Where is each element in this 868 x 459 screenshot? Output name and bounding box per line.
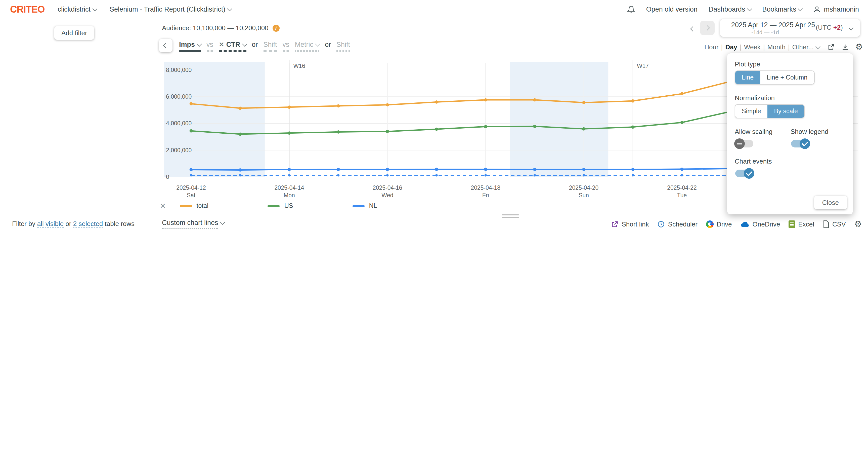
data-point[interactable]	[190, 174, 192, 177]
dashboards-menu[interactable]: Dashboards	[709, 5, 751, 13]
data-point[interactable]	[533, 125, 536, 128]
data-point[interactable]	[386, 174, 389, 177]
filter-selected-link[interactable]: 2 selected	[73, 220, 103, 228]
data-point[interactable]	[583, 174, 585, 177]
custom-chart-lines-dropdown[interactable]: Custom chart lines	[162, 219, 224, 227]
data-point[interactable]	[680, 168, 684, 171]
data-point[interactable]	[288, 106, 291, 109]
legend-item-total[interactable]: total	[180, 202, 208, 209]
export-scheduler[interactable]: Scheduler	[657, 221, 698, 228]
metric-token-shift[interactable]: Shift	[263, 41, 277, 52]
legend-item-nl[interactable]: NL	[352, 202, 377, 209]
export-short-link[interactable]: Short link	[611, 221, 649, 228]
metric-token-vs[interactable]: vs	[207, 41, 213, 52]
metric-token-metric[interactable]: Metric	[295, 41, 319, 52]
chart-settings-gear-icon[interactable]: ⚙	[856, 42, 863, 52]
data-point[interactable]	[239, 133, 242, 136]
date-range-picker[interactable]: 2025 Apr 12 — 2025 Apr 25 -14d — -1d (UT…	[720, 19, 860, 37]
data-point[interactable]	[533, 98, 536, 102]
data-point[interactable]	[484, 125, 487, 128]
legend-item-us[interactable]: US	[268, 202, 293, 209]
metric-token-or[interactable]: or	[252, 41, 258, 50]
metric-token-vs[interactable]: vs	[282, 41, 289, 52]
data-point[interactable]	[632, 174, 634, 177]
data-point[interactable]	[484, 174, 487, 177]
data-point[interactable]	[288, 174, 291, 177]
table-settings-gear[interactable]: ⚙	[855, 219, 862, 229]
granularity-day[interactable]: Day	[725, 43, 737, 51]
filter-all-visible-link[interactable]: all visible	[37, 220, 64, 228]
metric-token-ctr[interactable]: ✕CTR	[219, 41, 246, 52]
date-range-previous-icon[interactable]	[691, 25, 694, 34]
normalization-byscale[interactable]: By scale	[768, 105, 804, 118]
report-selector[interactable]: Selenium - Traffic Report (Clickdistrict…	[110, 5, 231, 13]
metric-token-or[interactable]: or	[325, 41, 331, 50]
notifications-bell-icon[interactable]	[627, 5, 635, 13]
open-old-version-link[interactable]: Open old version	[646, 5, 698, 13]
data-point[interactable]	[239, 107, 242, 110]
metric-selector: Impsvs✕CTRorShiftvsMetricorShift	[179, 41, 350, 52]
user-menu[interactable]: mshamonin	[813, 5, 859, 13]
data-point[interactable]	[337, 104, 340, 108]
data-point[interactable]	[190, 168, 193, 171]
data-point[interactable]	[582, 101, 585, 104]
export-excel[interactable]: Excel	[788, 221, 814, 228]
filter-sidebar: Add filter Filter by all visible or 2 se…	[0, 19, 155, 229]
data-point[interactable]	[386, 168, 389, 171]
bookmarks-menu[interactable]: Bookmarks	[762, 5, 802, 13]
data-point[interactable]	[337, 174, 340, 177]
granularity-other[interactable]: Other...	[792, 43, 814, 51]
data-point[interactable]	[435, 174, 438, 177]
metric-token-shift[interactable]: Shift	[336, 41, 350, 52]
data-point[interactable]	[337, 131, 340, 134]
granularity-hour[interactable]: Hour	[704, 43, 718, 52]
remove-metric-icon[interactable]: ✕	[219, 41, 224, 48]
chart-resize-handle[interactable]	[502, 214, 519, 218]
data-point[interactable]	[239, 174, 241, 177]
data-point[interactable]	[582, 168, 585, 171]
export-onedrive[interactable]: OneDrive	[741, 221, 780, 228]
data-point[interactable]	[631, 99, 634, 103]
data-point[interactable]	[680, 92, 684, 95]
data-point[interactable]	[386, 103, 389, 107]
data-point[interactable]	[337, 168, 340, 171]
normalization-simple[interactable]: Simple	[735, 105, 768, 118]
data-point[interactable]	[190, 102, 193, 106]
date-range-next-button[interactable]	[700, 21, 715, 35]
data-point[interactable]	[288, 168, 291, 171]
data-point[interactable]	[680, 121, 684, 124]
data-point[interactable]	[386, 130, 389, 133]
open-chart-external-icon[interactable]	[827, 43, 835, 51]
data-point[interactable]	[435, 168, 438, 171]
account-selector[interactable]: clickdistrict	[58, 5, 97, 13]
chart-events-toggle[interactable]	[735, 170, 753, 177]
close-settings-button[interactable]: Close	[814, 196, 847, 209]
export-drive[interactable]: Drive	[706, 221, 732, 228]
data-point[interactable]	[484, 168, 487, 171]
granularity-week[interactable]: Week	[744, 43, 761, 51]
show-legend-toggle[interactable]	[791, 140, 809, 147]
metric-token-imps[interactable]: Imps	[179, 41, 201, 52]
data-point[interactable]	[288, 131, 291, 135]
data-point[interactable]	[435, 101, 438, 104]
data-point[interactable]	[534, 174, 536, 177]
legend-close-icon[interactable]: ✕	[160, 202, 166, 210]
audience-info-icon[interactable]: i	[273, 24, 280, 31]
data-point[interactable]	[190, 130, 193, 133]
download-chart-icon[interactable]	[841, 43, 849, 51]
data-point[interactable]	[631, 168, 634, 171]
allow-scaling-toggle[interactable]	[735, 140, 753, 147]
data-point[interactable]	[681, 174, 683, 177]
data-point[interactable]	[631, 125, 634, 128]
data-point[interactable]	[239, 168, 242, 172]
collapse-chart-controls-button[interactable]	[159, 39, 173, 52]
data-point[interactable]	[484, 98, 487, 102]
plot-type-line[interactable]: Line	[735, 71, 760, 84]
plot-type-linecolumn[interactable]: Line + Column	[760, 71, 814, 84]
add-filter-button[interactable]: Add filter	[54, 26, 94, 40]
data-point[interactable]	[533, 168, 536, 171]
granularity-month[interactable]: Month	[768, 43, 785, 51]
export-csv[interactable]: CSV	[823, 221, 846, 228]
data-point[interactable]	[582, 127, 585, 131]
data-point[interactable]	[435, 127, 438, 131]
